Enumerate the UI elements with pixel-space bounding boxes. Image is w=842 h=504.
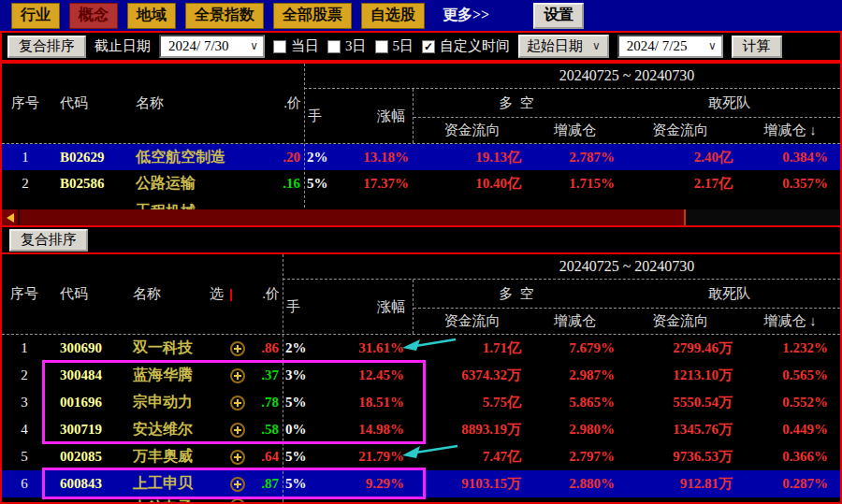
gsd-pos-cell: 1.232% xyxy=(741,340,839,356)
col-code[interactable]: 代码 xyxy=(47,285,114,303)
long-flow-cell: 10.40亿 xyxy=(414,175,530,193)
add-to-watchlist-icon[interactable] xyxy=(230,396,245,410)
table-row-partial[interactable]: 中航电子 xyxy=(2,497,840,504)
gsd-flow-cell: 9736.53万 xyxy=(619,448,741,466)
menu-watchlist-button[interactable]: 自选股 xyxy=(361,3,425,29)
check-icon[interactable]: ✓ xyxy=(422,40,435,53)
gsd-pos-cell: 0.357% xyxy=(741,176,839,192)
name-cell: 蓝海华腾 xyxy=(114,366,225,385)
name-cell: 万丰奥威 xyxy=(114,447,225,467)
checkbox-today-label: 当日 xyxy=(291,37,319,55)
menu-more-button[interactable]: 更多>> xyxy=(434,3,498,29)
col-gsd-flow[interactable]: 资金流向 xyxy=(619,312,741,330)
scrollbar-thumb[interactable] xyxy=(20,209,686,225)
add-to-watchlist-icon[interactable] xyxy=(230,368,245,383)
seq-cell: 6 xyxy=(2,476,47,492)
long-pos-cell: 2.787% xyxy=(530,150,619,166)
checkbox-box[interactable] xyxy=(375,40,388,53)
checkbox-today[interactable]: 当日 xyxy=(273,37,319,55)
add-to-watchlist-icon[interactable] xyxy=(230,477,245,492)
checkbox-box[interactable] xyxy=(273,40,286,53)
long-flow-cell: 9103.15万 xyxy=(414,475,530,493)
table-row[interactable]: 5 002085 万丰奥威 .64 5% 21.79% 7.47亿 2.797%… xyxy=(2,443,840,470)
checkbox-box[interactable] xyxy=(327,40,341,53)
col-price[interactable]: .价 xyxy=(269,94,304,112)
col-name[interactable]: 名称 xyxy=(122,94,269,112)
menu-all-stocks-button[interactable]: 全部股票 xyxy=(273,3,352,29)
col-gsd-pos-sorted[interactable]: 增减仓 ↓ xyxy=(741,312,839,330)
stock-table-header: 序号 代码 名称 选 .价 20240725 ~ 20240730 手 涨幅 xyxy=(2,254,840,335)
add-to-watchlist-icon[interactable] xyxy=(230,341,245,356)
sector-table-header: 序号 代码 名称 .价 20240725 ~ 20240730 手 涨幅 多 空 xyxy=(2,64,840,144)
start-date-mode-dropdown[interactable]: 起始日期 ∨ xyxy=(518,35,609,58)
checkbox-5day-label: 5日 xyxy=(393,37,414,55)
menu-index-button[interactable]: 全景指数 xyxy=(185,3,264,29)
seq-cell: 2 xyxy=(2,367,47,383)
stock-screener-app: 行业 概念 地域 全景指数 全部股票 自选股 更多>> 设置 复合排序 截止日期… xyxy=(0,0,842,504)
col-code[interactable]: 代码 xyxy=(49,94,122,112)
start-date-dropdown[interactable]: 2024/ 7/25 ∨ xyxy=(617,35,723,58)
col-change[interactable]: 涨幅 xyxy=(377,298,405,316)
name-cell: 公路运输 xyxy=(122,174,269,194)
table-row[interactable]: 1 B02629 低空航空制造 .20 2% 13.18% 19.13亿 2.7… xyxy=(2,144,840,170)
composite-sort-button-2[interactable]: 复合排序 xyxy=(9,229,88,252)
end-date-dropdown[interactable]: 2024/ 7/30 ∨ xyxy=(159,35,265,58)
composite-sort-button[interactable]: 复合排序 xyxy=(7,36,86,58)
add-cell xyxy=(225,341,251,356)
col-gsd-pos-sorted[interactable]: 增减仓 ↓ xyxy=(741,122,839,139)
col-price[interactable]: .价 xyxy=(251,285,283,303)
menu-region-button[interactable]: 地域 xyxy=(127,3,176,29)
add-cell xyxy=(225,396,251,410)
col-long-pos[interactable]: 增减仓 xyxy=(530,122,619,139)
checkbox-3day[interactable]: 3日 xyxy=(327,37,367,55)
col-long-flow[interactable]: 资金流向 xyxy=(414,122,530,139)
table-row[interactable]: 6 600843 上工申贝 .87 5% 9.29% 9103.15万 2.88… xyxy=(2,470,840,497)
add-cell xyxy=(225,450,251,465)
table-row[interactable]: 2 300484 蓝海华腾 .37 3% 12.45% 6374.32万 2.9… xyxy=(2,362,840,389)
change-cell: 14.98% xyxy=(325,422,414,438)
menu-industry-button[interactable]: 行业 xyxy=(11,3,60,29)
col-gsd-flow[interactable]: 资金流向 xyxy=(619,122,741,139)
long-flow-cell: 7.47亿 xyxy=(414,448,530,466)
col-long-pos[interactable]: 增减仓 xyxy=(530,312,619,330)
add-cell xyxy=(225,477,251,492)
gsd-pos-cell: 0.366% xyxy=(741,449,839,465)
stock-table-panel: 序号 代码 名称 选 .价 20240725 ~ 20240730 手 涨幅 xyxy=(0,252,842,504)
add-to-watchlist-icon[interactable] xyxy=(230,423,245,438)
table-row[interactable]: 1 300690 双一科技 .86 2% 31.61% 1.71亿 7.679%… xyxy=(2,335,840,362)
add-to-watchlist-icon[interactable] xyxy=(230,498,245,504)
table-row[interactable]: 2 B02586 公路运输 .16 5% 17.37% 10.40亿 1.715… xyxy=(2,170,840,196)
start-date-mode-label: 起始日期 xyxy=(527,37,583,55)
col-name[interactable]: 名称 xyxy=(114,285,225,303)
frozen-pane-divider xyxy=(304,64,305,208)
turnover-change-header: 手 涨幅 xyxy=(304,89,414,143)
checkbox-5day[interactable]: 5日 xyxy=(375,37,414,55)
add-to-watchlist-icon[interactable] xyxy=(230,450,245,465)
seq-cell: 1 xyxy=(2,150,49,166)
calculate-button[interactable]: 计算 xyxy=(732,36,782,58)
checkbox-custom-time[interactable]: ✓ 自定义时间 xyxy=(422,37,510,55)
code-cell: 300690 xyxy=(47,340,114,356)
long-pos-cell: 7.679% xyxy=(530,340,619,356)
long-pos-cell: 2.880% xyxy=(530,476,619,492)
long-flow-cell: 19.13亿 xyxy=(414,149,530,166)
col-change[interactable]: 涨幅 xyxy=(377,108,405,125)
table-row-partial[interactable]: 工程机械 xyxy=(2,196,840,209)
table-row[interactable]: 3 001696 宗申动力 .78 5% 18.51% 5.75亿 5.865%… xyxy=(2,389,840,416)
gsd-flow-cell: 2.40亿 xyxy=(619,149,741,166)
col-seq[interactable]: 序号 xyxy=(2,285,47,303)
horizontal-scrollbar[interactable] xyxy=(2,209,840,225)
menu-settings-button[interactable]: 设置 xyxy=(533,3,584,29)
col-long-flow[interactable]: 资金流向 xyxy=(414,312,530,330)
scroll-header: 20240725 ~ 20240730 手 涨幅 多 空 敢死队 资金流向 xyxy=(304,64,840,143)
scrollbar-track[interactable] xyxy=(686,209,840,225)
table-row[interactable]: 4 300719 安达维尔 .58 0% 14.98% 8893.19万 2.9… xyxy=(2,416,840,443)
gsd-flow-cell: 912.81万 xyxy=(619,475,741,493)
col-turnover[interactable]: 手 xyxy=(286,298,300,316)
col-watchlist[interactable]: 选 xyxy=(225,285,251,303)
menu-concept-button[interactable]: 概念 xyxy=(69,3,118,29)
scroll-left-button[interactable] xyxy=(2,209,20,225)
col-turnover[interactable]: 手 xyxy=(308,108,322,125)
add-cell xyxy=(225,368,251,383)
col-seq[interactable]: 序号 xyxy=(2,94,49,112)
